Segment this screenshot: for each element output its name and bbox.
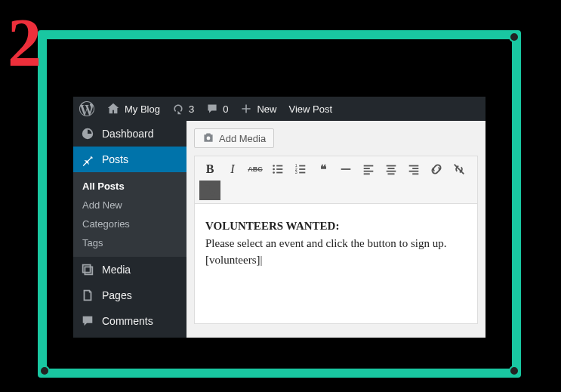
wp-logo[interactable] (73, 97, 100, 121)
svg-rect-21 (409, 165, 419, 167)
sidebar-item-label: Media (102, 264, 131, 276)
toolbar-plugin-button[interactable] (199, 181, 220, 200)
sidebar-item-dashboard[interactable]: Dashboard (73, 121, 186, 147)
svg-rect-24 (412, 173, 418, 174)
add-media-button[interactable]: Add Media (194, 128, 274, 148)
frame-dot (509, 32, 519, 42)
frame-dot (39, 366, 50, 376)
svg-rect-13 (364, 165, 374, 167)
svg-rect-12 (341, 168, 351, 170)
svg-rect-25 (205, 186, 209, 190)
svg-point-4 (273, 171, 275, 174)
svg-rect-23 (409, 171, 419, 172)
toolbar-align-right[interactable] (403, 159, 424, 179)
svg-point-2 (273, 168, 275, 171)
sidebar-item-label: Comments (102, 315, 153, 327)
admin-sidebar: Dashboard Posts All Posts Add New Catego… (73, 121, 186, 338)
svg-rect-7 (299, 165, 305, 167)
toolbar-align-left[interactable] (358, 159, 379, 179)
wordpress-icon (79, 101, 94, 116)
toolbar-blockquote[interactable]: ❝ (313, 159, 334, 179)
sidebar-item-label: Posts (102, 153, 128, 165)
svg-rect-9 (299, 168, 305, 170)
updates-link[interactable]: 3 (166, 97, 200, 121)
submenu-add-new[interactable]: Add New (73, 196, 186, 215)
editor-heading: VOLUNTEERS WANTED: (205, 218, 467, 235)
toolbar-strikethrough[interactable]: ABC (245, 159, 266, 179)
svg-rect-16 (364, 173, 370, 174)
svg-rect-14 (364, 168, 370, 169)
svg-rect-20 (388, 173, 395, 174)
svg-rect-17 (387, 165, 396, 167)
svg-text:3: 3 (295, 170, 297, 174)
updates-count: 3 (189, 103, 194, 115)
svg-rect-3 (276, 168, 282, 170)
sidebar-item-posts[interactable]: Posts (73, 147, 186, 172)
sidebar-item-pages[interactable]: Pages (73, 282, 186, 308)
new-label: New (257, 103, 276, 115)
toolbar-align-center[interactable] (381, 159, 402, 179)
toolbar-link[interactable] (426, 159, 447, 179)
editor-toolbar: B I ABC 123 ❝ (194, 156, 478, 203)
content-area: Add Media B I ABC 123 ❝ VOLUNTEERS WANTE… (186, 121, 485, 338)
toolbar-italic[interactable]: I (222, 159, 243, 179)
svg-rect-11 (299, 172, 305, 174)
comments-link[interactable]: 0 (200, 97, 234, 121)
svg-rect-1 (276, 165, 282, 167)
new-content-link[interactable]: New (234, 97, 282, 121)
view-post-label: View Post (288, 103, 332, 115)
toolbar-unlink[interactable] (448, 159, 470, 179)
submenu-tags[interactable]: Tags (73, 233, 186, 252)
editor-body: Please select an event and click the but… (205, 235, 467, 252)
comments-icon (81, 314, 94, 328)
svg-rect-15 (364, 171, 374, 172)
sidebar-item-comments[interactable]: Comments (73, 308, 186, 334)
media-icon (81, 263, 94, 276)
camera-icon (202, 132, 214, 144)
plus-icon (240, 103, 252, 115)
svg-point-0 (273, 165, 275, 167)
view-post-link[interactable]: View Post (282, 97, 338, 121)
toolbar-hr[interactable] (335, 159, 356, 179)
home-icon (106, 102, 120, 116)
svg-rect-5 (276, 172, 282, 174)
admin-toolbar: My Blog 3 0 New View Post (73, 97, 485, 121)
step-number: 2 (8, 4, 42, 82)
main-area: Dashboard Posts All Posts Add New Catego… (73, 121, 485, 338)
svg-point-26 (211, 191, 214, 195)
content-editor[interactable]: VOLUNTEERS WANTED: Please select an even… (194, 203, 478, 324)
pages-icon (81, 289, 94, 302)
svg-rect-19 (387, 171, 396, 172)
sidebar-item-label: Pages (102, 289, 132, 301)
comments-count: 0 (223, 103, 228, 115)
update-icon (172, 103, 184, 115)
pin-icon (81, 153, 94, 166)
site-name: My Blog (125, 103, 160, 115)
add-media-label: Add Media (219, 133, 266, 144)
submenu-all-posts[interactable]: All Posts (73, 177, 186, 196)
editor-shortcode: [volunteers] (205, 254, 263, 266)
sidebar-item-label: Dashboard (102, 128, 154, 140)
submenu-categories[interactable]: Categories (73, 215, 186, 233)
svg-rect-18 (388, 168, 395, 169)
dashboard-icon (81, 127, 94, 140)
svg-rect-22 (412, 168, 418, 169)
frame-dot (509, 366, 519, 376)
site-name-link[interactable]: My Blog (100, 97, 166, 121)
comment-icon (206, 103, 218, 115)
toolbar-numbered-list[interactable]: 123 (290, 159, 311, 179)
wordpress-admin: My Blog 3 0 New View Post Dashboard Post… (73, 97, 485, 338)
toolbar-bullet-list[interactable] (267, 159, 288, 179)
posts-submenu: All Posts Add New Categories Tags (73, 172, 186, 257)
toolbar-bold[interactable]: B (199, 159, 220, 179)
sidebar-item-media[interactable]: Media (73, 257, 186, 282)
